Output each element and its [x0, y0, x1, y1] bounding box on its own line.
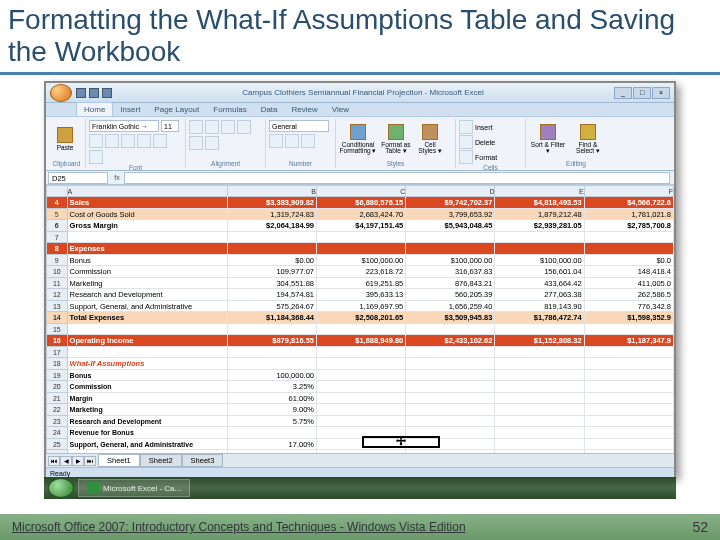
cell[interactable]: 304,551.88 [227, 277, 316, 289]
cell[interactable]: $4,197,151.45 [317, 220, 406, 232]
row-header[interactable]: 10 [47, 266, 68, 278]
cell[interactable]: 17.00% [227, 438, 316, 450]
cell[interactable] [317, 381, 406, 393]
cell[interactable] [406, 381, 495, 393]
tab-review[interactable]: Review [285, 103, 325, 116]
cell[interactable]: 1,781,021.8 [584, 208, 673, 220]
cell[interactable] [406, 415, 495, 427]
row-header[interactable]: 11 [47, 277, 68, 289]
cell[interactable] [584, 392, 673, 404]
cell[interactable] [317, 415, 406, 427]
formula-input[interactable] [124, 172, 670, 184]
row-header[interactable]: 4 [47, 197, 68, 209]
cell[interactable] [406, 427, 495, 439]
row-header[interactable]: 20 [47, 381, 68, 393]
row-header[interactable]: 15 [47, 323, 68, 335]
cell[interactable] [495, 404, 584, 416]
cell[interactable]: Margin [67, 392, 227, 404]
font-size-box[interactable]: 11 [161, 120, 179, 132]
cell[interactable] [495, 392, 584, 404]
cell[interactable]: Bonus [67, 254, 227, 266]
align-left-button[interactable] [237, 120, 251, 134]
align-top-button[interactable] [189, 120, 203, 134]
underline-button[interactable] [121, 134, 135, 148]
cell[interactable]: $100,000.00 [495, 254, 584, 266]
cell[interactable] [317, 358, 406, 370]
cell[interactable] [67, 346, 227, 358]
cell[interactable]: Total Expenses [67, 312, 227, 324]
comma-button[interactable] [301, 134, 315, 148]
cell[interactable]: Marketing [67, 404, 227, 416]
font-color-button[interactable] [89, 150, 103, 164]
border-button[interactable] [137, 134, 151, 148]
col-header-F[interactable]: F [584, 186, 673, 197]
tab-home[interactable]: Home [76, 102, 113, 116]
cell[interactable] [584, 427, 673, 439]
cell[interactable]: 9.00% [227, 404, 316, 416]
cell[interactable]: 1,656,259.40 [406, 300, 495, 312]
cell[interactable] [495, 415, 584, 427]
cell[interactable]: Support, General, and Administrative [67, 438, 227, 450]
cell[interactable]: Gross Margin [67, 220, 227, 232]
bold-button[interactable] [89, 134, 103, 148]
col-header-D[interactable]: D [406, 186, 495, 197]
cell[interactable]: 433,664.42 [495, 277, 584, 289]
row-header[interactable]: 13 [47, 300, 68, 312]
taskbar-item-excel[interactable]: Microsoft Excel - Ca... [78, 479, 190, 497]
cell[interactable]: 3.25% [227, 381, 316, 393]
conditional-formatting-button[interactable]: Conditional Formatting ▾ [339, 120, 377, 158]
cell[interactable] [584, 404, 673, 416]
row-header[interactable]: 23 [47, 415, 68, 427]
cell[interactable]: 395,633.13 [317, 289, 406, 301]
col-header-A[interactable]: A [67, 186, 227, 197]
sheet-last-button[interactable]: ⏭ [84, 456, 96, 466]
select-all-cell[interactable] [47, 186, 68, 197]
sheet-first-button[interactable]: ⏮ [48, 456, 60, 466]
cell[interactable]: $5,943,048.45 [406, 220, 495, 232]
align-center-button[interactable] [189, 136, 203, 150]
cell-styles-button[interactable]: Cell Styles ▾ [415, 120, 445, 158]
cell[interactable]: $0.0 [584, 254, 673, 266]
cell[interactable]: $2,939,281.05 [495, 220, 584, 232]
cell[interactable] [317, 323, 406, 335]
cell[interactable]: 148,418.4 [584, 266, 673, 278]
cell[interactable] [317, 438, 406, 450]
paste-button[interactable]: Paste [51, 120, 79, 158]
cell[interactable] [495, 438, 584, 450]
cell[interactable]: 1,169,697.95 [317, 300, 406, 312]
format-cells-button[interactable]: Format [459, 150, 497, 164]
sheet-tab-2[interactable]: Sheet2 [140, 454, 182, 467]
row-header[interactable]: 14 [47, 312, 68, 324]
cell[interactable]: 411,005.0 [584, 277, 673, 289]
cell[interactable]: 5.75% [227, 415, 316, 427]
cell[interactable] [406, 438, 495, 450]
cell[interactable]: $1,184,368.44 [227, 312, 316, 324]
row-header[interactable]: 5 [47, 208, 68, 220]
cell[interactable] [317, 231, 406, 243]
row-header[interactable]: 21 [47, 392, 68, 404]
cell[interactable]: $879,816.55 [227, 335, 316, 347]
cell[interactable] [227, 243, 316, 255]
cell[interactable]: $2,785,700.8 [584, 220, 673, 232]
cell[interactable]: 819,143.90 [495, 300, 584, 312]
cell[interactable]: Support, General, and Administrative [67, 300, 227, 312]
start-button[interactable] [48, 478, 74, 498]
row-header[interactable]: 18 [47, 358, 68, 370]
cell[interactable] [227, 450, 316, 454]
tab-view[interactable]: View [325, 103, 356, 116]
cell[interactable]: 277,063.38 [495, 289, 584, 301]
cell[interactable] [67, 231, 227, 243]
cell[interactable]: Research and Development [67, 415, 227, 427]
row-header[interactable]: 6 [47, 220, 68, 232]
align-bottom-button[interactable] [221, 120, 235, 134]
row-header[interactable]: 19 [47, 369, 68, 381]
row-header[interactable]: 24 [47, 427, 68, 439]
cell[interactable] [227, 231, 316, 243]
cell[interactable]: 560,205.39 [406, 289, 495, 301]
col-header-E[interactable]: E [495, 186, 584, 197]
office-button[interactable] [50, 84, 72, 102]
cell[interactable] [584, 415, 673, 427]
redo-icon[interactable] [102, 88, 112, 98]
cell[interactable]: Commission [67, 381, 227, 393]
cell[interactable] [317, 346, 406, 358]
